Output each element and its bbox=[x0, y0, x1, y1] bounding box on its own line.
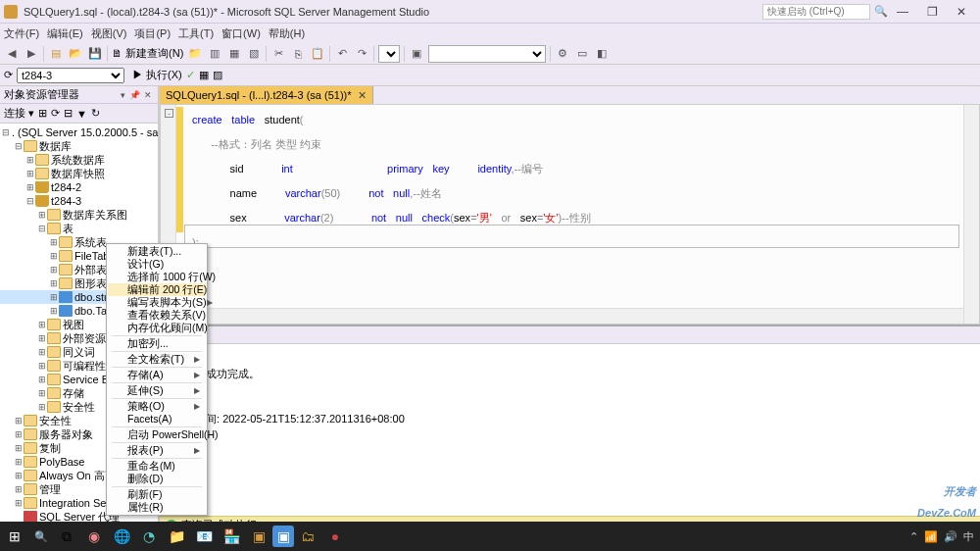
tree-root[interactable]: ⊟. (SQL Server 15.0.2000.5 - sa) bbox=[0, 125, 158, 139]
start-button[interactable]: ⊞ bbox=[0, 522, 29, 551]
folder-icon[interactable]: 📁 bbox=[187, 46, 203, 62]
paste-icon[interactable]: 📋 bbox=[310, 46, 325, 62]
tree-item[interactable]: ⊞数据库快照 bbox=[0, 167, 158, 180]
icon[interactable]: ▥ bbox=[207, 46, 222, 62]
ctx-select-top[interactable]: 选择前 1000 行(W) bbox=[108, 271, 206, 283]
search-icon[interactable]: 🔍 bbox=[874, 5, 888, 18]
tree-item[interactable]: ⊟数据库 bbox=[0, 139, 158, 153]
ctx-edit-top[interactable]: 编辑前 200 行(E) bbox=[108, 283, 206, 296]
minimize-button[interactable]: — bbox=[888, 3, 917, 21]
taskbar-icon[interactable]: ▣ bbox=[245, 523, 272, 550]
redo-icon[interactable]: ↷ bbox=[354, 46, 369, 62]
back-icon[interactable]: ◀ bbox=[4, 46, 20, 62]
icon[interactable]: ⟳ bbox=[51, 107, 60, 120]
undo-icon[interactable]: ↶ bbox=[334, 46, 350, 62]
icon[interactable]: ↻ bbox=[91, 107, 100, 120]
menu-file[interactable]: 文件(F) bbox=[4, 26, 39, 41]
ctx-fulltext[interactable]: 全文检索(T)▶ bbox=[108, 353, 206, 366]
ctx-facets[interactable]: Facets(A) bbox=[108, 413, 206, 426]
volume-icon[interactable]: 🔊 bbox=[944, 530, 957, 543]
execute-button[interactable]: ▶ 执行(X) bbox=[132, 68, 182, 82]
parse-icon[interactable]: ✓ bbox=[186, 69, 195, 81]
dropdown[interactable] bbox=[378, 45, 400, 63]
taskbar-icon[interactable]: 🗂 bbox=[294, 523, 321, 550]
ctx-stretch[interactable]: 延伸(S)▶ bbox=[108, 384, 206, 397]
task-view-icon[interactable]: ⧉ bbox=[53, 523, 80, 550]
ctx-storage[interactable]: 存储(A)▶ bbox=[108, 369, 206, 381]
taskbar-icon[interactable]: 🏪 bbox=[218, 523, 245, 550]
maximize-button[interactable]: ❐ bbox=[917, 3, 947, 21]
ctx-reports[interactable]: 报表(P)▶ bbox=[108, 444, 206, 457]
icon[interactable]: ◧ bbox=[594, 46, 610, 62]
dropdown-icon[interactable]: ▾ bbox=[121, 90, 125, 100]
horizontal-scrollbar[interactable] bbox=[161, 308, 963, 324]
menu-window[interactable]: 窗口(W) bbox=[221, 26, 261, 41]
new-query-button[interactable]: 🗎 新建查询(N) bbox=[112, 46, 183, 61]
close-button[interactable]: ✕ bbox=[947, 3, 976, 21]
icon[interactable]: ▭ bbox=[574, 46, 590, 62]
ctx-new-table[interactable]: 新建表(T)... bbox=[108, 245, 206, 258]
taskbar-icon[interactable]: 📁 bbox=[163, 523, 190, 550]
vertical-scrollbar[interactable] bbox=[963, 105, 979, 324]
taskbar-icon[interactable]: 📧 bbox=[190, 523, 218, 550]
menu-project[interactable]: 项目(P) bbox=[134, 26, 171, 41]
ctx-view-dep[interactable]: 查看依赖关系(V) bbox=[108, 309, 206, 322]
tree-item[interactable]: ⊞系统数据库 bbox=[0, 153, 158, 167]
menu-view[interactable]: 视图(V) bbox=[91, 26, 127, 41]
taskbar-icon[interactable]: ▣ bbox=[272, 526, 294, 547]
menu-help[interactable]: 帮助(H) bbox=[269, 26, 305, 41]
open-icon[interactable]: 📂 bbox=[68, 46, 83, 62]
icon[interactable]: ▧ bbox=[246, 46, 262, 62]
tree-item[interactable]: ⊟表 bbox=[0, 222, 158, 235]
taskbar-icon[interactable]: ◔ bbox=[135, 523, 163, 550]
ctx-powershell[interactable]: 启动 PowerShell(H) bbox=[108, 428, 206, 441]
icon[interactable]: ▨ bbox=[213, 69, 222, 81]
ctx-properties[interactable]: 属性(R) bbox=[108, 501, 206, 514]
icon[interactable]: ⟳ bbox=[4, 69, 13, 81]
ctx-design[interactable]: 设计(G) bbox=[108, 258, 206, 271]
system-tray[interactable]: ⌃ 📶 🔊 中 bbox=[904, 529, 980, 544]
copy-icon[interactable]: ⎘ bbox=[290, 46, 306, 62]
close-icon[interactable]: ✕ bbox=[144, 90, 152, 100]
filter-icon[interactable]: ▼ bbox=[76, 108, 87, 120]
icon[interactable]: ⊟ bbox=[64, 107, 73, 120]
taskbar-icon[interactable]: ◉ bbox=[80, 523, 108, 550]
ctx-encrypt[interactable]: 加密列... bbox=[108, 337, 206, 350]
ctx-rename[interactable]: 重命名(M) bbox=[108, 460, 206, 473]
save-icon[interactable]: 💾 bbox=[87, 46, 103, 62]
icon[interactable]: ⚙ bbox=[555, 46, 570, 62]
sql-editor[interactable]: - create table student( --格式：列名 类型 约束 si… bbox=[160, 104, 980, 325]
tree-item[interactable]: ⊟t284-3 bbox=[0, 194, 158, 208]
ctx-script-as[interactable]: 编写表脚本为(S)▶ bbox=[108, 296, 206, 309]
menu-edit[interactable]: 编辑(E) bbox=[47, 26, 83, 41]
icon[interactable]: ▦ bbox=[199, 69, 209, 81]
ctx-mem-opt[interactable]: 内存优化顾问(M) bbox=[108, 322, 206, 334]
pin-icon[interactable]: 📌 bbox=[129, 90, 140, 100]
ctx-policy[interactable]: 策略(O)▶ bbox=[108, 400, 206, 413]
new-icon[interactable]: ▤ bbox=[48, 46, 64, 62]
database-selector[interactable]: t284-3 bbox=[17, 68, 124, 83]
tab-close-icon[interactable]: ✕ bbox=[358, 89, 367, 102]
taskbar-icon[interactable]: ● bbox=[321, 523, 349, 550]
ctx-refresh[interactable]: 刷新(F) bbox=[108, 488, 206, 501]
icon[interactable]: ▣ bbox=[409, 46, 424, 62]
search-icon[interactable]: 🔍 bbox=[29, 522, 53, 551]
editor-content[interactable]: create table student( --格式：列名 类型 约束 sid … bbox=[161, 105, 979, 254]
dropdown[interactable] bbox=[428, 45, 546, 63]
ime-icon[interactable]: 中 bbox=[963, 529, 974, 544]
tree-item[interactable]: ⊞t284-2 bbox=[0, 180, 158, 194]
menu-tools[interactable]: 工具(T) bbox=[178, 26, 214, 41]
icon[interactable]: ⊞ bbox=[38, 107, 47, 120]
cut-icon[interactable]: ✂ bbox=[270, 46, 286, 62]
ctx-delete[interactable]: 删除(D) bbox=[108, 473, 206, 485]
icon[interactable]: ▦ bbox=[226, 46, 242, 62]
quick-launch-input[interactable] bbox=[762, 4, 870, 20]
document-tab[interactable]: SQLQuery1.sql - (l...l).t284-3 (sa (51))… bbox=[160, 86, 373, 104]
connect-button[interactable]: 连接 ▾ bbox=[4, 106, 34, 121]
taskbar-icon[interactable]: 🌐 bbox=[108, 523, 135, 550]
tray-up-icon[interactable]: ⌃ bbox=[909, 530, 918, 543]
net-icon[interactable]: 📶 bbox=[924, 530, 938, 543]
tree-item[interactable]: ⊞数据库关系图 bbox=[0, 208, 158, 222]
forward-icon[interactable]: ▶ bbox=[24, 46, 39, 62]
collapse-icon[interactable]: - bbox=[165, 109, 173, 118]
